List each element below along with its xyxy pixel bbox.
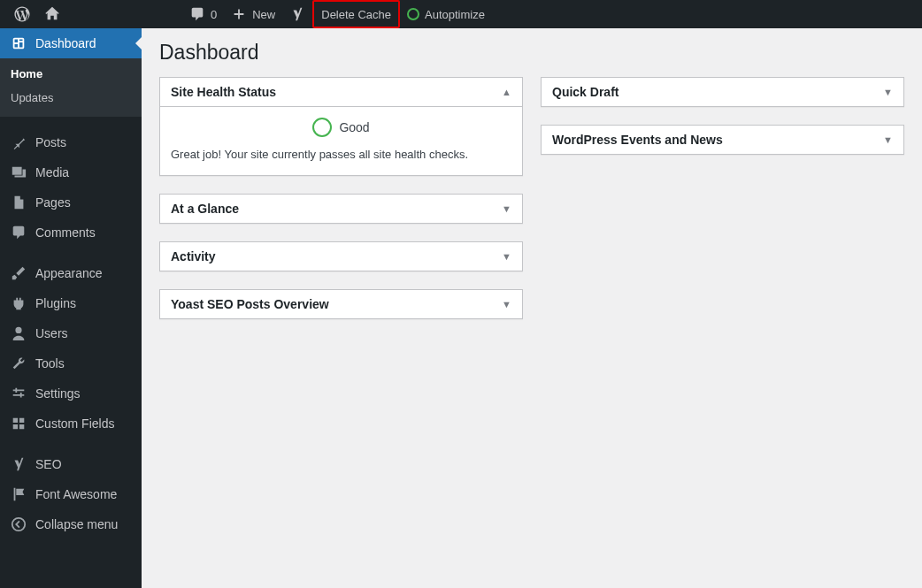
comment-icon <box>189 6 205 22</box>
site-home[interactable] <box>37 0 67 28</box>
status-label: Good <box>339 120 369 134</box>
widget-header[interactable]: At a Glance ▼ <box>160 195 522 223</box>
widget-body: Good Great job! Your site currently pass… <box>160 107 522 175</box>
submenu-updates[interactable]: Updates <box>0 86 142 110</box>
svg-point-0 <box>12 518 25 531</box>
sidebar-item-posts[interactable]: Posts <box>0 127 142 157</box>
widget-title: Quick Draft <box>552 85 619 99</box>
widget-activity: Activity ▼ <box>159 241 523 271</box>
sidebar-item-appearance[interactable]: Appearance <box>0 258 142 288</box>
yoast-adminbar[interactable] <box>282 0 312 28</box>
yoast-icon <box>289 6 305 22</box>
sidebar-label: Tools <box>35 356 65 370</box>
chevron-down-icon: ▼ <box>502 251 511 262</box>
sidebar-item-dashboard[interactable]: Dashboard <box>0 28 142 58</box>
sidebar-item-tools[interactable]: Tools <box>0 348 142 378</box>
chevron-down-icon: ▼ <box>883 87 893 97</box>
dashboard-col-right: Quick Draft ▼ WordPress Events and News … <box>541 77 904 319</box>
sidebar-label: Custom Fields <box>35 416 114 431</box>
media-icon <box>11 164 27 180</box>
sidebar-label: Media <box>35 165 69 179</box>
wordpress-icon <box>14 6 30 22</box>
new-content[interactable]: New <box>224 0 282 28</box>
sidebar-label: Settings <box>35 386 81 401</box>
admin-sidebar: Dashboard Home Updates Posts Media Pages… <box>0 28 142 588</box>
status-circle-icon <box>312 118 332 137</box>
sidebar-item-custom-fields[interactable]: Custom Fields <box>0 409 142 439</box>
collapse-menu[interactable]: Collapse menu <box>0 509 142 539</box>
widget-header[interactable]: WordPress Events and News ▼ <box>542 126 903 154</box>
sidebar-item-users[interactable]: Users <box>0 318 142 348</box>
widget-title: Activity <box>171 249 216 263</box>
widget-title: At a Glance <box>171 202 239 216</box>
home-icon <box>44 6 60 22</box>
brush-icon <box>11 265 27 281</box>
sidebar-item-settings[interactable]: Settings <box>0 378 142 409</box>
sidebar-label: Comments <box>35 225 96 240</box>
user-icon <box>11 325 27 341</box>
status-message: Great job! Your site currently passes al… <box>171 148 511 161</box>
chevron-down-icon: ▼ <box>502 203 511 214</box>
sidebar-item-pages[interactable]: Pages <box>0 187 142 218</box>
delete-cache-button[interactable]: Delete Cache <box>312 0 400 28</box>
dashboard-icon <box>11 35 27 51</box>
sidebar-label: Collapse menu <box>35 517 118 531</box>
wp-logo[interactable] <box>7 0 37 28</box>
comment-icon <box>11 225 27 241</box>
plus-icon <box>231 6 247 22</box>
widget-yoast: Yoast SEO Posts Overview ▼ <box>159 289 523 319</box>
page-title: Dashboard <box>159 41 904 65</box>
dashboard-col-left: Site Health Status ▲ Good Great job! You… <box>159 77 523 319</box>
widget-title: Site Health Status <box>171 85 276 99</box>
sidebar-label: Appearance <box>35 266 103 280</box>
yoast-icon <box>11 456 27 472</box>
widget-title: WordPress Events and News <box>552 133 723 147</box>
widget-at-a-glance: At a Glance ▼ <box>159 194 523 224</box>
chevron-down-icon: ▼ <box>883 134 893 145</box>
sidebar-item-font-awesome[interactable]: Font Awesome <box>0 479 142 509</box>
widget-header[interactable]: Quick Draft ▼ <box>542 78 903 106</box>
circle-icon <box>407 8 419 20</box>
sidebar-label: SEO <box>35 457 62 471</box>
sidebar-label: Dashboard <box>35 36 96 50</box>
comments-link[interactable]: 0 <box>182 0 224 28</box>
sidebar-item-media[interactable]: Media <box>0 157 142 187</box>
sidebar-label: Posts <box>35 135 66 149</box>
dashboard-submenu: Home Updates <box>0 58 142 117</box>
submenu-home[interactable]: Home <box>0 62 142 86</box>
pin-icon <box>11 134 27 150</box>
chevron-down-icon: ▼ <box>502 299 511 309</box>
admin-bar: 0 New Delete Cache Autoptimize <box>0 0 922 28</box>
plugin-icon <box>11 295 27 311</box>
page-icon <box>11 195 27 210</box>
collapse-icon <box>11 516 27 532</box>
widget-quick-draft: Quick Draft ▼ <box>541 77 904 107</box>
widget-site-health: Site Health Status ▲ Good Great job! You… <box>159 77 523 176</box>
widget-header[interactable]: Activity ▼ <box>160 242 522 271</box>
wrench-icon <box>11 355 27 371</box>
sidebar-label: Pages <box>35 195 71 210</box>
sidebar-label: Users <box>35 326 68 340</box>
sidebar-label: Font Awesome <box>35 487 117 501</box>
widget-header[interactable]: Yoast SEO Posts Overview ▼ <box>160 290 522 318</box>
sliders-icon <box>11 386 27 401</box>
chevron-up-icon: ▲ <box>502 87 511 97</box>
sidebar-label: Plugins <box>35 296 76 310</box>
widget-wp-events: WordPress Events and News ▼ <box>541 125 904 155</box>
flag-icon <box>11 486 27 502</box>
autoptimize-label: Autoptimize <box>425 8 485 21</box>
widget-title: Yoast SEO Posts Overview <box>171 297 329 311</box>
comments-count: 0 <box>211 8 217 21</box>
grid-icon <box>11 416 27 431</box>
delete-cache-label: Delete Cache <box>321 8 391 21</box>
sidebar-item-plugins[interactable]: Plugins <box>0 288 142 318</box>
autoptimize-link[interactable]: Autoptimize <box>400 0 492 28</box>
widget-header[interactable]: Site Health Status ▲ <box>160 78 522 107</box>
new-label: New <box>252 8 275 21</box>
sidebar-item-comments[interactable]: Comments <box>0 218 142 248</box>
main-content: Dashboard Site Health Status ▲ Good Grea… <box>142 28 922 588</box>
sidebar-item-seo[interactable]: SEO <box>0 449 142 479</box>
